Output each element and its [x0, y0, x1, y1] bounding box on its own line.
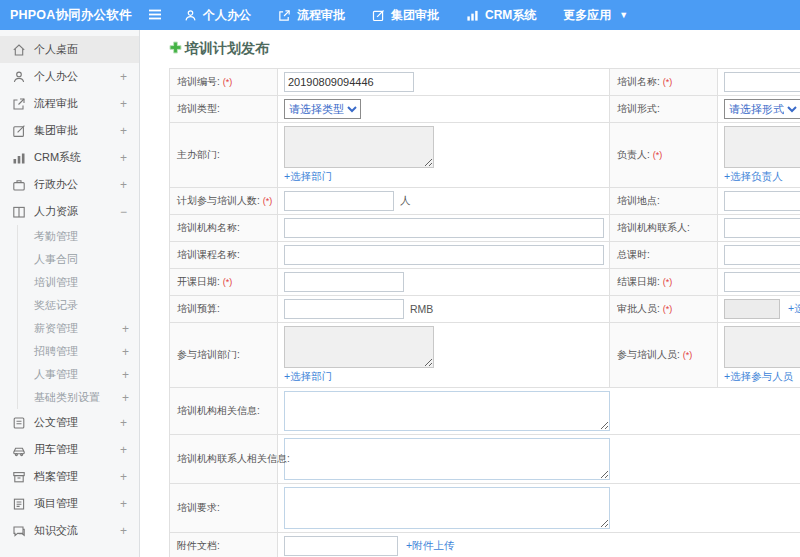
edit-icon: [12, 124, 26, 138]
label-text: 培训要求:: [177, 502, 220, 513]
planned-count-input[interactable]: [284, 191, 394, 211]
sidebar-subitem-hr-contract[interactable]: 人事合同: [18, 248, 139, 271]
nav-more-apps[interactable]: 更多应用 ▼: [563, 7, 628, 24]
select-join-people-link[interactable]: +选择参与人员: [724, 370, 800, 384]
training-mode-select[interactable]: 请选择形式: [724, 99, 800, 119]
sidebar-item-label: 个人桌面: [34, 42, 78, 57]
approver-input[interactable]: [724, 299, 780, 319]
start-date-input[interactable]: [284, 272, 404, 292]
sidebar-subitem-attendance[interactable]: 考勤管理: [18, 225, 139, 248]
document-icon: [12, 416, 26, 430]
requirements-textarea[interactable]: [284, 487, 610, 529]
expand-plus[interactable]: +: [120, 470, 127, 484]
sidebar-item-projects[interactable]: 项目管理 +: [0, 490, 139, 517]
sidebar-subitem-personnel[interactable]: 人事管理 +: [18, 363, 139, 386]
org-contact-info-textarea[interactable]: [284, 438, 610, 480]
sidebar-subitem-rewards[interactable]: 奖惩记录: [18, 294, 139, 317]
sidebar-item-label: 集团审批: [34, 123, 78, 138]
expand-plus[interactable]: +: [120, 151, 127, 165]
expand-plus[interactable]: +: [120, 124, 127, 138]
menu-toggle-button[interactable]: [140, 6, 170, 24]
training-name-input[interactable]: [724, 72, 800, 92]
sidebar-subitem-label: 人事合同: [34, 252, 78, 267]
host-department-textarea[interactable]: [284, 126, 434, 168]
sidebar-item-human-resources[interactable]: 人力资源 −: [0, 198, 139, 225]
sidebar-subitem-salary[interactable]: 薪资管理 +: [18, 317, 139, 340]
page-title: 培训计划发布: [185, 40, 269, 58]
sidebar-item-vehicles[interactable]: 用车管理 +: [0, 436, 139, 463]
expand-plus[interactable]: +: [120, 70, 127, 84]
app-logo: PHPOA协同办公软件: [0, 7, 140, 24]
sidebar-item-personal-office[interactable]: 个人办公 +: [0, 63, 139, 90]
collapse-minus[interactable]: −: [120, 205, 127, 219]
form-row-course-hours: 培训课程名称: 总课时:: [170, 242, 800, 269]
sidebar-item-administrative-office[interactable]: 行政办公 +: [0, 171, 139, 198]
label-org-contact-info: 培训机构联系人相关信息:: [170, 435, 278, 484]
course-name-input[interactable]: [284, 245, 604, 265]
sidebar-item-label: 档案管理: [34, 469, 78, 484]
org-info-textarea[interactable]: [284, 391, 610, 431]
label-text: 培训编号:: [177, 76, 220, 87]
expand-plus[interactable]: +: [122, 391, 129, 405]
sidebar-item-crm[interactable]: CRM系统 +: [0, 144, 139, 171]
sidebar-item-knowledge[interactable]: 知识交流 +: [0, 517, 139, 544]
end-date-input[interactable]: [724, 272, 800, 292]
join-department-textarea[interactable]: [284, 326, 434, 368]
sidebar-subitem-training[interactable]: 培训管理: [18, 271, 139, 294]
nav-workflow-approval[interactable]: 流程审批: [278, 7, 345, 24]
join-people-textarea[interactable]: [724, 326, 800, 368]
training-number-input[interactable]: [284, 72, 414, 92]
org-contact-input[interactable]: [724, 218, 800, 238]
label-text: 审批人员:: [617, 303, 660, 314]
expand-plus[interactable]: +: [122, 345, 129, 359]
select-approver-link[interactable]: +选择审批人员: [788, 302, 800, 316]
form-row-org-contact-info: 培训机构联系人相关信息:: [170, 435, 800, 484]
budget-input[interactable]: [284, 299, 404, 319]
label-total-hours: 总课时:: [610, 242, 718, 269]
required-mark: (*): [683, 350, 693, 360]
sidebar-item-documents[interactable]: 公文管理 +: [0, 409, 139, 436]
org-name-input[interactable]: [284, 218, 604, 238]
location-input[interactable]: [724, 191, 800, 211]
sidebar-subitem-label: 人事管理: [34, 367, 78, 382]
select-department-link[interactable]: +选择部门: [284, 170, 603, 184]
expand-plus[interactable]: +: [122, 368, 129, 382]
label-text: 附件文档:: [177, 540, 220, 551]
nav-crm-system[interactable]: CRM系统: [466, 7, 536, 24]
sidebar-subitem-base-category[interactable]: 基础类别设置 +: [18, 386, 139, 409]
total-hours-input[interactable]: [724, 245, 800, 265]
sidebar-item-group-approval[interactable]: 集团审批 +: [0, 117, 139, 144]
user-icon: [184, 9, 197, 22]
label-requirements: 培训要求:: [170, 484, 278, 533]
label-join-department: 参与培训部门:: [170, 323, 278, 388]
expand-plus[interactable]: +: [120, 443, 127, 457]
select-leader-link[interactable]: +选择负责人: [724, 170, 800, 184]
leader-textarea[interactable]: [724, 126, 800, 168]
sidebar-item-workflow-approval[interactable]: 流程审批 +: [0, 90, 139, 117]
label-org-contact: 培训机构联系人:: [610, 215, 718, 242]
attachment-upload-link[interactable]: +附件上传: [406, 539, 454, 553]
training-type-select[interactable]: 请选择类型: [284, 99, 361, 119]
select-join-department-link[interactable]: +选择部门: [284, 370, 603, 384]
sidebar-subitem-recruitment[interactable]: 招聘管理 +: [18, 340, 139, 363]
nav-group-approval[interactable]: 集团审批: [372, 7, 439, 24]
label-text: 计划参与培训人数:: [177, 195, 260, 206]
label-leader: 负责人:(*): [610, 123, 718, 188]
sidebar-item-personal-desktop[interactable]: 个人桌面: [0, 36, 139, 63]
expand-plus[interactable]: +: [120, 416, 127, 430]
expand-plus[interactable]: +: [122, 322, 129, 336]
label-text: 结课日期:: [617, 276, 660, 287]
label-budget: 培训预算:: [170, 296, 278, 323]
sidebar-item-archives[interactable]: 档案管理 +: [0, 463, 139, 490]
nav-label: 集团审批: [391, 7, 439, 24]
hr-submenu: 考勤管理 人事合同 培训管理 奖惩记录 薪资管理 + 招聘管理 + 人事管理 +…: [17, 225, 139, 409]
expand-plus[interactable]: +: [120, 178, 127, 192]
expand-plus[interactable]: +: [120, 524, 127, 538]
expand-plus[interactable]: +: [120, 97, 127, 111]
expand-plus[interactable]: +: [120, 497, 127, 511]
share-icon: [12, 97, 26, 111]
attachment-input[interactable]: [284, 536, 398, 556]
sidebar-item-label: 流程审批: [34, 96, 78, 111]
nav-personal-office[interactable]: 个人办公: [184, 7, 251, 24]
main-content: 培训计划发布 培训编号:(*) 培训名称:(*) 培训类型: 请选择类型 培训形…: [141, 30, 800, 557]
